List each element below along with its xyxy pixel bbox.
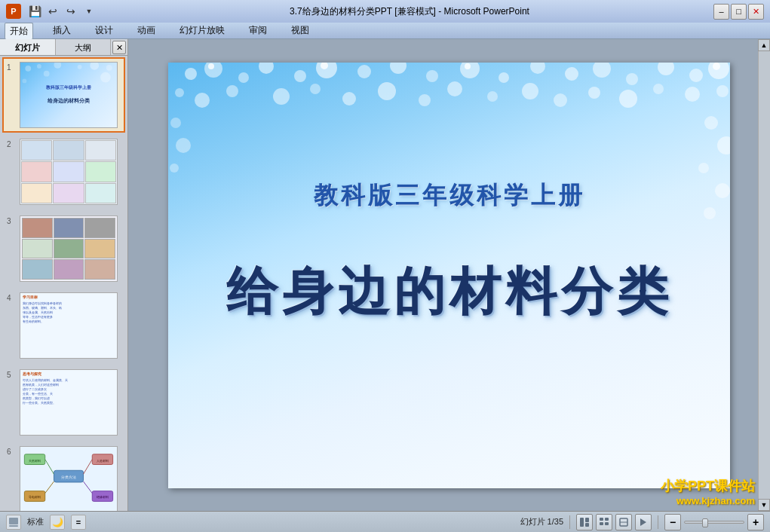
slide-text-content: 教科版三年级科学上册 给身边的材料分类 xyxy=(168,63,730,488)
svg-point-8 xyxy=(44,71,50,77)
restore-button[interactable]: □ xyxy=(731,4,747,20)
tab-outline[interactable]: 大纲 xyxy=(56,39,112,55)
svg-marker-82 xyxy=(640,518,646,526)
slidesorter-view-button[interactable] xyxy=(596,514,612,530)
svg-rect-77 xyxy=(605,518,609,521)
slide-item-6[interactable]: 6 分类方法 天然材料 xyxy=(2,442,125,511)
svg-rect-72 xyxy=(9,525,18,527)
slide-editing-area: 教科版三年级科学上册 给身边的材料分类 ▲ ▼ xyxy=(128,39,770,511)
status-separator xyxy=(569,515,570,529)
panel-close-button[interactable]: ✕ xyxy=(112,41,126,54)
redo-button[interactable]: ↪ xyxy=(63,3,79,20)
slide-main-title: 给身边的材料分类 xyxy=(226,258,673,326)
slide-item-4[interactable]: 4 学习目标 我们身边可以找到各种各样的东西。玻璃、塑料、木头、纸张以及金属、天… xyxy=(2,288,125,363)
slide-item-2[interactable]: 2 xyxy=(2,134,125,209)
undo-button[interactable]: ↩ xyxy=(44,3,61,20)
svg-text:人造材料: 人造材料 xyxy=(97,459,109,463)
zoom-in-button[interactable]: + xyxy=(747,514,764,530)
slides-panel: 幻灯片 大纲 ✕ 1 xyxy=(0,39,128,511)
slide-thumb-4: 学习目标 我们身边可以找到各种各样的东西。玻璃、塑料、木头、纸张以及金属、天然石… xyxy=(20,292,118,359)
quick-access-toolbar: 💾 ↩ ↪ ▼ xyxy=(26,3,98,20)
slide-number-6: 6 xyxy=(7,448,17,456)
status-view-icon xyxy=(6,515,21,530)
zoom-handle[interactable] xyxy=(702,518,708,527)
slide-item-5[interactable]: 5 思考与探究 可供人工使用的材料、金属类、天然有机类，人们对这些材料进行了二次… xyxy=(2,365,125,440)
normal-view-button[interactable] xyxy=(576,514,593,530)
app-icon: P xyxy=(6,4,21,19)
slide-canvas-container: 教科版三年级科学上册 给身边的材料分类 xyxy=(168,63,730,488)
scroll-up-button[interactable]: ▲ xyxy=(758,39,770,51)
slide-number-5: 5 xyxy=(7,371,17,379)
svg-text:天然材料: 天然材料 xyxy=(29,459,41,463)
slide-thumb-5: 思考与探究 可供人工使用的材料、金属类、天然有机类，人们对这些材料进行了二次或多… xyxy=(20,369,118,436)
tab-view[interactable]: 视图 xyxy=(287,23,314,38)
slide-subtitle: 教科版三年级科学上册 xyxy=(314,179,585,212)
vertical-scrollbar: ▲ ▼ xyxy=(758,39,770,511)
window-controls: – □ ✕ xyxy=(713,4,764,20)
svg-point-1 xyxy=(37,64,41,69)
tab-review[interactable]: 审阅 xyxy=(244,23,271,38)
main-layout: 幻灯片 大纲 ✕ 1 xyxy=(0,39,770,511)
slide-number-3: 3 xyxy=(7,217,17,225)
svg-point-5 xyxy=(106,65,112,71)
svg-rect-73 xyxy=(580,518,584,527)
tab-design[interactable]: 设计 xyxy=(90,23,118,38)
window-title: 3.7给身边的材料分类PPT [兼容模式] - Microsoft PowerP… xyxy=(106,5,713,18)
status-moon-icon: 🌙 xyxy=(50,515,65,530)
slide-thumb-2 xyxy=(20,139,118,205)
slide-thumb-6: 分类方法 天然材料 人造材料 导电材料 绝 xyxy=(20,446,118,511)
tab-slideshow[interactable]: 幻灯片放映 xyxy=(175,23,229,38)
scroll-down-button[interactable]: ▼ xyxy=(758,499,770,511)
svg-point-7 xyxy=(22,79,26,84)
tab-start[interactable]: 开始 xyxy=(5,23,33,39)
scroll-track[interactable] xyxy=(758,51,770,499)
slide-number-2: 2 xyxy=(7,140,17,148)
dropdown-button[interactable]: ▼ xyxy=(81,3,97,20)
status-bar: 标准 🌙 = 幻灯片 1/35 xyxy=(0,511,770,532)
svg-text:绝缘材料: 绝缘材料 xyxy=(97,495,109,499)
svg-point-3 xyxy=(78,65,82,69)
svg-rect-71 xyxy=(9,518,18,524)
slide-thumb-1: 教科版三年级科学上册 给身边的材料分类 xyxy=(20,62,118,128)
svg-point-0 xyxy=(25,66,31,72)
svg-rect-78 xyxy=(600,522,603,525)
svg-text:导电材料: 导电材料 xyxy=(29,495,41,499)
status-separator-2 xyxy=(658,515,658,529)
slide-item-3[interactable]: 3 xyxy=(2,211,125,286)
status-equal-icon: = xyxy=(71,515,86,530)
ribbon: 开始 插入 设计 动画 幻灯片放映 审阅 视图 xyxy=(0,23,770,39)
slide-number-4: 4 xyxy=(7,294,17,302)
svg-text:分类方法: 分类方法 xyxy=(61,475,76,479)
slide-item-1[interactable]: 1 xyxy=(2,57,125,133)
svg-point-2 xyxy=(54,63,61,69)
slideshow-view-button[interactable] xyxy=(635,514,652,530)
slide-number-1: 1 xyxy=(7,63,17,72)
slide-canvas[interactable]: 教科版三年级科学上册 给身边的材料分类 xyxy=(168,63,730,488)
zoom-out-button[interactable]: − xyxy=(664,514,681,530)
slide-thumb-3 xyxy=(20,216,118,282)
status-view-label: 标准 xyxy=(27,516,44,527)
svg-rect-74 xyxy=(585,518,589,522)
svg-rect-79 xyxy=(605,522,609,525)
close-button[interactable]: ✕ xyxy=(748,4,764,20)
slide-count-info: 幻灯片 1/35 xyxy=(520,516,563,527)
minimize-button[interactable]: – xyxy=(713,4,729,20)
title-bar: P 💾 ↩ ↪ ▼ 3.7给身边的材料分类PPT [兼容模式] - Micros… xyxy=(0,0,770,23)
panel-tabs: 幻灯片 大纲 ✕ xyxy=(0,39,127,56)
reading-view-button[interactable] xyxy=(615,514,632,530)
svg-point-4 xyxy=(90,63,99,70)
tab-insert[interactable]: 插入 xyxy=(48,23,75,38)
status-right-area: 幻灯片 1/35 xyxy=(520,514,764,530)
svg-rect-75 xyxy=(585,523,589,527)
save-button[interactable]: 💾 xyxy=(26,3,43,20)
svg-point-6 xyxy=(100,72,111,83)
svg-rect-76 xyxy=(600,518,603,521)
slides-list: 1 xyxy=(0,56,127,511)
tab-slides[interactable]: 幻灯片 xyxy=(0,39,56,55)
zoom-slider[interactable] xyxy=(684,521,744,524)
tab-animation[interactable]: 动画 xyxy=(133,23,160,38)
